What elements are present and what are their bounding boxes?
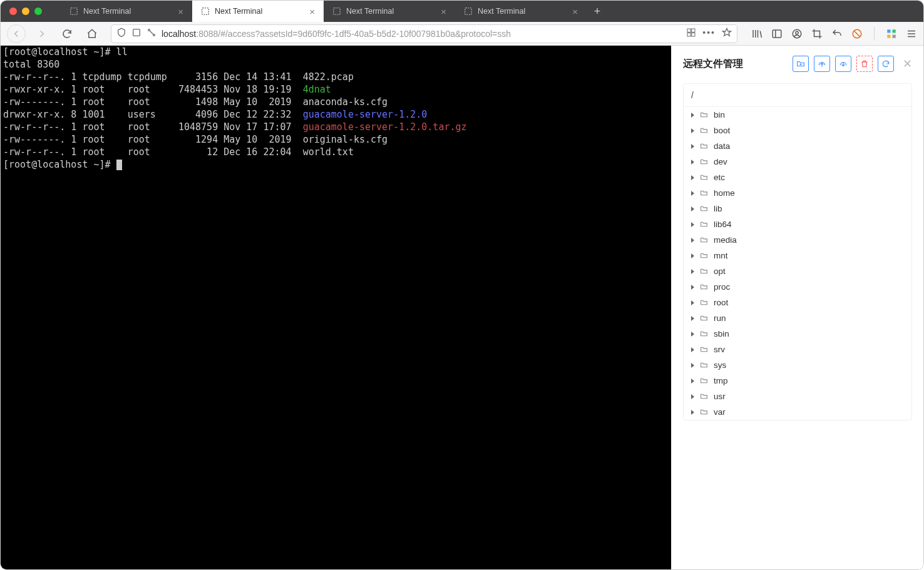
close-tab-icon[interactable]: × [572,6,578,17]
nav-forward-button[interactable] [33,25,51,43]
folder-name: sbin [714,329,729,338]
caret-icon [691,410,694,415]
tab-1[interactable]: Next Terminal× [192,1,324,22]
tree-item-opt[interactable]: opt [684,263,911,279]
browser-toolbar [747,27,917,41]
tree-item-run[interactable]: run [684,310,911,326]
svg-rect-1 [202,8,209,15]
account-icon[interactable] [791,28,803,39]
crop-icon[interactable] [811,28,823,39]
folder-icon [699,330,709,338]
svg-point-5 [148,29,150,31]
folder-name: usr [714,392,726,401]
svg-rect-3 [465,8,472,15]
folder-icon [699,377,709,385]
current-path[interactable]: / [684,84,911,107]
upload-button[interactable] [814,56,830,72]
tree-item-lib[interactable]: lib [684,201,911,216]
terminal[interactable]: [root@localhost ~]# ll total 8360 -rw-r-… [1,46,671,569]
tab-bar: Next Terminal×Next Terminal×Next Termina… [1,1,923,22]
tree-item-bin[interactable]: bin [684,107,911,123]
close-tab-icon[interactable]: × [309,6,315,17]
minimize-window-icon[interactable] [22,8,29,15]
close-tab-icon[interactable]: × [441,6,446,17]
caret-icon [691,222,694,227]
folder-name: root [714,298,728,307]
tree-item-data[interactable]: data [684,138,911,154]
folder-name: opt [714,267,726,276]
tree-item-root[interactable]: root [684,295,911,310]
download-button[interactable] [835,56,851,72]
folder-icon [699,314,709,322]
folder-name: proc [714,282,730,292]
undo-icon[interactable] [831,28,843,39]
tree-item-lib64[interactable]: lib64 [684,216,911,232]
svg-rect-15 [887,29,890,33]
connection-icon[interactable] [146,28,157,39]
sidebar-icon[interactable] [771,28,783,39]
tab-0[interactable]: Next Terminal× [61,1,192,22]
reload-button[interactable] [58,25,76,43]
maximize-window-icon[interactable] [34,8,42,15]
folder-icon [699,158,709,166]
folder-icon [699,345,709,354]
folder-name: run [714,313,726,323]
folder-name: boot [714,126,730,135]
shield-icon[interactable] [116,28,126,39]
close-tab-icon[interactable]: × [178,6,183,17]
content-area: [root@localhost ~]# ll total 8360 -rw-r-… [1,46,923,569]
folder-name: dev [714,157,727,166]
tree-item-dev[interactable]: dev [684,154,911,170]
tree-item-sbin[interactable]: sbin [684,326,911,342]
library-icon[interactable] [751,28,762,39]
close-window-icon[interactable] [9,8,17,15]
address-bar[interactable]: localhost:8088/#/access?assetsId=9d60f9f… [111,24,737,43]
caret-icon [691,285,694,290]
menu-icon[interactable] [906,28,917,39]
refresh-button[interactable] [878,56,894,72]
more-icon[interactable]: ••• [702,28,716,39]
folder-icon [699,111,709,119]
file-manager-panel: 远程文件管理 ✕ / binbootdatadevetchomeliblib64… [671,46,923,569]
delete-button[interactable] [856,56,873,72]
tab-label: Next Terminal [478,7,525,16]
tree-item-boot[interactable]: boot [684,123,911,138]
home-button[interactable] [83,25,101,43]
tree-item-mnt[interactable]: mnt [684,248,911,263]
tree-item-usr[interactable]: usr [684,389,911,404]
folder-icon [699,392,709,400]
tab-2[interactable]: Next Terminal× [324,1,455,22]
folder-name: lib [714,204,722,213]
folder-name: data [714,141,730,151]
tab-label: Next Terminal [83,7,131,16]
tree-item-tmp[interactable]: tmp [684,373,911,389]
close-panel-icon[interactable]: ✕ [903,57,912,71]
caret-icon [691,160,694,165]
new-folder-button[interactable] [793,56,809,72]
extensions-icon[interactable] [886,28,897,39]
tree-item-etc[interactable]: etc [684,170,911,185]
bookmark-icon[interactable] [722,28,732,39]
folder-icon [699,408,709,416]
nav-back-button[interactable] [7,24,26,43]
folder-name: mnt [714,251,728,260]
svg-rect-16 [893,29,896,33]
window-controls [9,1,61,22]
tree-item-home[interactable]: home [684,185,911,201]
block-icon[interactable] [851,28,863,39]
folder-icon [699,205,709,213]
tab-3[interactable]: Next Terminal× [455,1,587,22]
tree-item-proc[interactable]: proc [684,279,911,295]
folder-icon [699,267,709,275]
svg-rect-0 [71,8,78,15]
caret-icon [691,347,694,352]
new-tab-button[interactable]: + [587,1,608,22]
svg-rect-10 [692,33,695,36]
tree-item-sys[interactable]: sys [684,357,911,373]
page-info-icon[interactable] [131,28,141,39]
tree-item-var[interactable]: var [684,404,911,420]
tree-item-media[interactable]: media [684,232,911,248]
reader-icon[interactable] [686,28,696,39]
tree-item-srv[interactable]: srv [684,342,911,357]
caret-icon [691,300,694,305]
